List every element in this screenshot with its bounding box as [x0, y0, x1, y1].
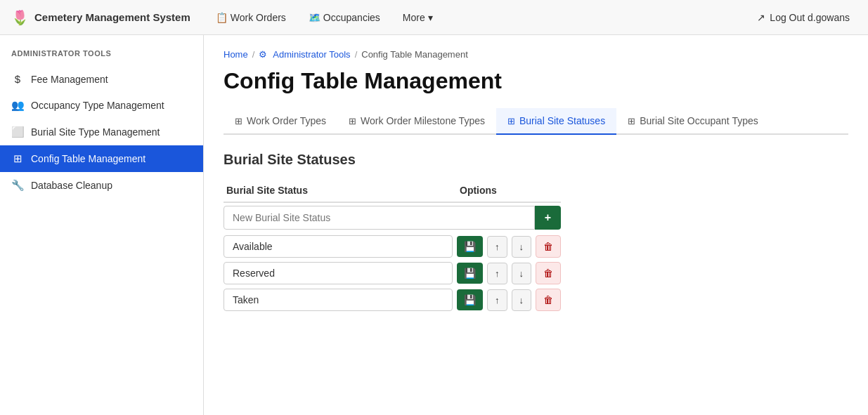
tab-occupant-icon: ⊞ [628, 116, 635, 126]
nav-more[interactable]: More ▾ [394, 6, 441, 29]
col-status-header: Burial Site Status [226, 185, 460, 196]
tab-burial-status-icon: ⊞ [507, 116, 515, 126]
save-icon: 💾 [464, 268, 476, 279]
tab-milestone-icon: ⊞ [349, 116, 356, 126]
tab-burial-site-statuses-label: Burial Site Statuses [519, 115, 605, 126]
work-orders-icon: 📋 [216, 12, 228, 23]
sidebar-item-burial-site-type-label: Burial Site Type Management [31, 126, 160, 138]
layout: ADMINISTRATOR TOOLS $ Fee Management 👥 O… [0, 35, 868, 415]
sidebar-item-database-cleanup[interactable]: 🔧 Database Cleanup [0, 172, 203, 199]
people-icon: 👥 [11, 99, 24, 112]
save-taken-button[interactable]: 💾 [457, 289, 483, 310]
navbar-right: ↗ Log Out d.gowans [750, 8, 857, 27]
sidebar-item-fee-management[interactable]: $ Fee Management [0, 66, 203, 92]
grid-outline-icon: ⬜ [11, 126, 24, 138]
gear-icon: ⚙ [259, 49, 267, 60]
save-available-button[interactable]: 💾 [457, 236, 483, 257]
add-status-button[interactable]: + [535, 206, 561, 230]
tab-work-order-types-label: Work Order Types [247, 115, 326, 126]
sidebar-item-occupancy-type-label: Occupancy Type Management [31, 100, 164, 111]
move-down-taken-button[interactable]: ↓ [512, 289, 532, 311]
nav-work-orders[interactable]: 📋 Work Orders [207, 6, 294, 29]
brand: 🌷 Cemetery Management System [11, 9, 190, 26]
status-input-reserved[interactable] [224, 262, 453, 284]
section-title: Burial Site Statuses [224, 152, 561, 168]
breadcrumb: Home / ⚙ Administrator Tools / Config Ta… [224, 49, 848, 60]
main-content: Home / ⚙ Administrator Tools / Config Ta… [204, 35, 868, 415]
save-icon: 💾 [464, 294, 476, 305]
sidebar: ADMINISTRATOR TOOLS $ Fee Management 👥 O… [0, 35, 204, 415]
tab-work-order-milestone-label: Work Order Milestone Types [361, 115, 485, 126]
tab-work-order-milestone-types[interactable]: ⊞ Work Order Milestone Types [337, 108, 496, 135]
breadcrumb-home[interactable]: Home [224, 49, 248, 60]
sidebar-item-burial-site-type-management[interactable]: ⬜ Burial Site Type Management [0, 119, 203, 145]
new-status-row: + [224, 206, 561, 230]
nav-occupancies[interactable]: 🗺️ Occupancies [300, 6, 389, 29]
app-title: Cemetery Management System [34, 11, 190, 23]
arrow-down-icon: ↓ [519, 268, 524, 279]
arrow-up-icon: ↑ [495, 268, 500, 279]
arrow-up-icon: ↑ [495, 242, 500, 252]
trash-icon: 🗑 [543, 241, 553, 252]
occupancies-icon: 🗺️ [309, 12, 320, 23]
nav-more-label: More [403, 12, 425, 23]
tab-burial-site-occupant-label: Burial Site Occupant Types [640, 115, 758, 126]
table-row: 💾 ↑ ↓ 🗑 [224, 289, 561, 311]
nav-occupancies-label: Occupancies [323, 12, 380, 23]
tab-burial-site-statuses[interactable]: ⊞ Burial Site Statuses [496, 108, 616, 135]
arrow-up-icon: ↑ [495, 295, 500, 305]
move-up-reserved-button[interactable]: ↑ [487, 263, 507, 284]
dollar-icon: $ [11, 73, 24, 85]
sidebar-item-config-table-management[interactable]: ⊞ Config Table Management [0, 145, 203, 172]
move-down-available-button[interactable]: ↓ [512, 236, 532, 258]
table-row: 💾 ↑ ↓ 🗑 [224, 262, 561, 284]
tab-burial-site-occupant-types[interactable]: ⊞ Burial Site Occupant Types [616, 108, 770, 135]
tab-work-order-types[interactable]: ⊞ Work Order Types [224, 108, 337, 135]
sidebar-item-fee-management-label: Fee Management [31, 74, 108, 85]
move-up-available-button[interactable]: ↑ [487, 236, 507, 258]
logo-icon: 🌷 [11, 9, 29, 26]
logout-button[interactable]: ↗ Log Out d.gowans [750, 8, 857, 27]
logout-label: Log Out d.gowans [770, 12, 850, 23]
delete-reserved-button[interactable]: 🗑 [536, 262, 561, 284]
tabs: ⊞ Work Order Types ⊞ Work Order Mileston… [224, 108, 848, 135]
arrow-down-icon: ↓ [519, 242, 524, 252]
sidebar-header: ADMINISTRATOR TOOLS [0, 44, 203, 66]
status-input-taken[interactable] [224, 289, 453, 311]
col-options-header: Options [460, 185, 558, 196]
delete-available-button[interactable]: 🗑 [536, 235, 561, 258]
save-reserved-button[interactable]: 💾 [457, 263, 483, 284]
breadcrumb-sep-1: / [252, 49, 255, 60]
breadcrumb-current: Config Table Management [361, 49, 468, 60]
logout-icon: ↗ [757, 12, 765, 23]
sidebar-item-database-cleanup-label: Database Cleanup [31, 180, 112, 191]
chevron-down-icon: ▾ [428, 12, 433, 23]
tab-work-order-types-icon: ⊞ [235, 116, 242, 126]
new-status-input[interactable] [224, 206, 535, 230]
sidebar-item-occupancy-type-management[interactable]: 👥 Occupancy Type Management [0, 92, 203, 119]
status-input-available[interactable] [224, 235, 453, 258]
nav-work-orders-label: Work Orders [231, 12, 286, 23]
breadcrumb-admin-tools[interactable]: Administrator Tools [273, 49, 350, 60]
table-row: 💾 ↑ ↓ 🗑 [224, 235, 561, 258]
trash-icon: 🗑 [543, 268, 553, 279]
move-up-taken-button[interactable]: ↑ [487, 289, 507, 311]
delete-taken-button[interactable]: 🗑 [536, 289, 561, 311]
navbar: 🌷 Cemetery Management System 📋 Work Orde… [0, 0, 868, 35]
burial-site-statuses-section: Burial Site Statuses Burial Site Status … [224, 152, 561, 311]
wrench-icon: 🔧 [11, 179, 24, 192]
table-icon: ⊞ [11, 152, 24, 165]
save-icon: 💾 [464, 241, 476, 252]
move-down-reserved-button[interactable]: ↓ [512, 263, 532, 284]
arrow-down-icon: ↓ [519, 295, 524, 305]
page-title: Config Table Management [224, 68, 848, 94]
breadcrumb-sep-2: / [355, 49, 358, 60]
table-header: Burial Site Status Options [224, 179, 561, 203]
sidebar-item-config-table-label: Config Table Management [31, 153, 145, 164]
trash-icon: 🗑 [543, 294, 553, 305]
